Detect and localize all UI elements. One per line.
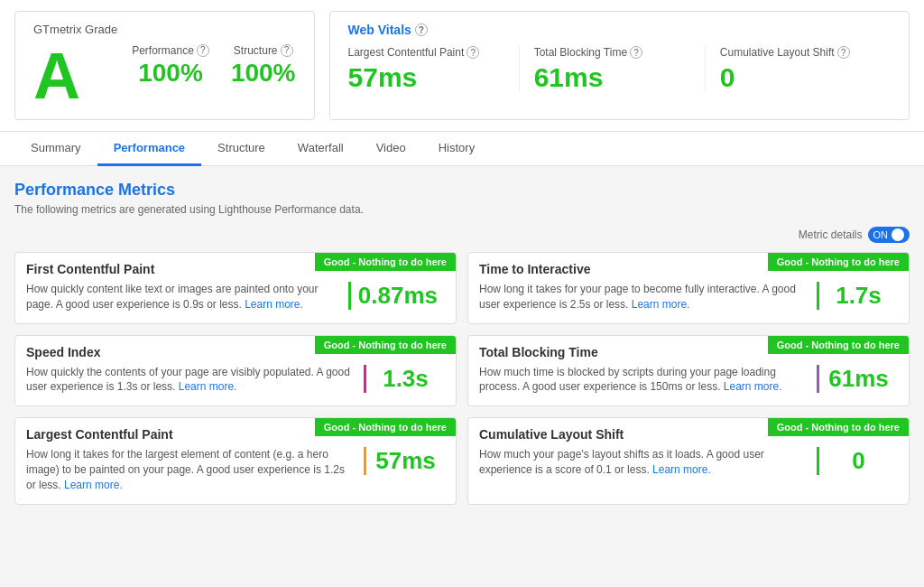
metric-description-5: How much your page's layout shifts as it…: [479, 447, 806, 478]
metric-details-toggle[interactable]: ON: [868, 227, 910, 243]
tab-performance[interactable]: Performance: [97, 132, 201, 166]
metric-card-body-5: How much your page's layout shifts as it…: [468, 442, 909, 489]
metric-description-3: How much time is blocked by scripts duri…: [479, 365, 806, 396]
metric-value-container-0: 0.87ms: [348, 282, 445, 310]
structure-value: 100%: [231, 59, 296, 88]
metric-card-header-2: Speed IndexGood - Nothing to do here: [15, 336, 456, 359]
metric-card-1: Time to InteractiveGood - Nothing to do …: [467, 252, 910, 324]
section-subtitle: The following metrics are generated usin…: [14, 203, 910, 216]
metric-value-3: 61ms: [828, 365, 889, 393]
tab-structure[interactable]: Structure: [201, 132, 282, 166]
gtmetrix-title: GTmetrix Grade: [33, 23, 117, 36]
web-vitals-card: Web Vitals ? Largest Contentful Paint ? …: [329, 11, 910, 120]
metric-card-header-3: Total Blocking TimeGood - Nothing to do …: [468, 336, 909, 359]
metric-card-body-4: How long it takes for the largest elemen…: [15, 442, 456, 503]
metric-description-4: How long it takes for the largest elemen…: [26, 447, 353, 492]
metric-learn-more-0[interactable]: Learn more.: [245, 298, 303, 311]
metric-card-4: Largest Contentful PaintGood - Nothing t…: [14, 417, 457, 504]
metric-title-1: Time to Interactive: [468, 253, 768, 276]
tab-history[interactable]: History: [422, 132, 491, 166]
performance-help-icon[interactable]: ?: [197, 44, 209, 57]
metric-card-5: Cumulative Layout ShiftGood - Nothing to…: [467, 417, 910, 504]
tab-video[interactable]: Video: [360, 132, 422, 166]
structure-help-icon[interactable]: ?: [281, 44, 293, 57]
web-vitals-help-icon[interactable]: ?: [415, 23, 428, 36]
performance-value: 100%: [138, 59, 203, 88]
metric-learn-more-5[interactable]: Learn more.: [652, 463, 711, 476]
cls-value: 0: [720, 62, 876, 93]
metric-value-container-3: 61ms: [817, 365, 898, 393]
metric-value-container-1: 1.7s: [817, 282, 898, 310]
lcp-value: 57ms: [348, 62, 504, 93]
metric-value-0: 0.87ms: [358, 282, 438, 310]
metric-card-body-2: How quickly the contents of your page ar…: [15, 359, 456, 406]
metric-badge-5: Good - Nothing to do here: [768, 418, 909, 436]
metric-card-header-4: Largest Contentful PaintGood - Nothing t…: [15, 418, 456, 442]
metric-card-header-0: First Contentful PaintGood - Nothing to …: [15, 253, 456, 276]
metric-badge-0: Good - Nothing to do here: [315, 253, 456, 271]
cls-label: Cumulative Layout Shift: [720, 46, 835, 59]
section-title: Performance Metrics: [14, 181, 910, 200]
metric-title-4: Largest Contentful Paint: [15, 418, 315, 442]
metric-card-body-1: How long it takes for your page to becom…: [468, 276, 909, 323]
metric-value-2: 1.3s: [383, 365, 429, 393]
metric-card-0: First Contentful PaintGood - Nothing to …: [14, 252, 457, 324]
metric-value-4: 57ms: [375, 447, 436, 475]
metric-details-label: Metric details: [799, 228, 863, 241]
structure-metric: Structure ? 100%: [231, 44, 296, 88]
metric-description-0: How quickly content like text or images …: [26, 282, 337, 312]
main-content: Performance Metrics The following metric…: [0, 166, 924, 519]
metric-badge-2: Good - Nothing to do here: [315, 336, 456, 354]
lcp-item: Largest Contentful Paint ? 57ms: [348, 46, 520, 93]
metric-badge-3: Good - Nothing to do here: [768, 336, 909, 354]
gtmetrix-grade-card: GTmetrix Grade A Performance ? 100% Stru…: [14, 11, 315, 120]
metric-title-0: First Contentful Paint: [15, 253, 315, 276]
toggle-label: ON: [873, 229, 889, 240]
metric-card-body-0: How quickly content like text or images …: [15, 276, 456, 323]
metric-value-container-4: 57ms: [364, 447, 445, 475]
performance-metric: Performance ? 100%: [132, 44, 209, 88]
tbt-value: 61ms: [534, 62, 690, 93]
tab-waterfall[interactable]: Waterfall: [282, 132, 360, 166]
web-vitals-metrics: Largest Contentful Paint ? 57ms Total Bl…: [348, 46, 891, 93]
tabs-bar: Summary Performance Structure Waterfall …: [0, 132, 924, 166]
metric-badge-1: Good - Nothing to do here: [768, 253, 909, 271]
metric-details-bar: Metric details ON: [14, 227, 910, 243]
lcp-label: Largest Contentful Paint: [348, 46, 465, 59]
performance-label: Performance: [132, 44, 194, 57]
metric-value-container-5: 0: [817, 447, 898, 475]
metric-card-body-3: How much time is blocked by scripts duri…: [468, 359, 909, 406]
metric-value-5: 0: [852, 447, 864, 475]
grade-letter: A: [33, 43, 117, 108]
metric-value-1: 1.7s: [836, 282, 882, 310]
metric-value-container-2: 1.3s: [364, 365, 445, 393]
metric-card-2: Speed IndexGood - Nothing to do hereHow …: [14, 335, 457, 407]
toggle-knob: [892, 228, 904, 241]
metric-title-5: Cumulative Layout Shift: [468, 418, 768, 442]
tbt-item: Total Blocking Time ? 61ms: [534, 46, 706, 93]
metric-card-3: Total Blocking TimeGood - Nothing to do …: [467, 335, 910, 407]
metric-description-2: How quickly the contents of your page ar…: [26, 365, 353, 396]
cls-item: Cumulative Layout Shift ? 0: [720, 46, 891, 93]
metric-learn-more-3[interactable]: Learn more.: [724, 380, 782, 393]
metric-badge-4: Good - Nothing to do here: [315, 418, 456, 436]
metrics-grid: First Contentful PaintGood - Nothing to …: [14, 252, 910, 505]
metric-card-header-1: Time to InteractiveGood - Nothing to do …: [468, 253, 909, 276]
structure-label: Structure: [234, 44, 278, 57]
tbt-label: Total Blocking Time: [534, 46, 627, 59]
web-vitals-title: Web Vitals: [348, 23, 411, 37]
metric-learn-more-4[interactable]: Learn more.: [64, 479, 123, 491]
lcp-help-icon[interactable]: ?: [467, 46, 479, 59]
metric-learn-more-1[interactable]: Learn more.: [632, 298, 690, 311]
metric-title-2: Speed Index: [15, 336, 315, 359]
metric-title-3: Total Blocking Time: [468, 336, 768, 359]
cls-help-icon[interactable]: ?: [837, 46, 850, 59]
metric-description-1: How long it takes for your page to becom…: [479, 282, 806, 312]
metric-card-header-5: Cumulative Layout ShiftGood - Nothing to…: [468, 418, 909, 442]
tab-summary[interactable]: Summary: [14, 132, 97, 166]
tbt-help-icon[interactable]: ?: [630, 46, 642, 59]
metric-learn-more-2[interactable]: Learn more.: [179, 380, 237, 393]
